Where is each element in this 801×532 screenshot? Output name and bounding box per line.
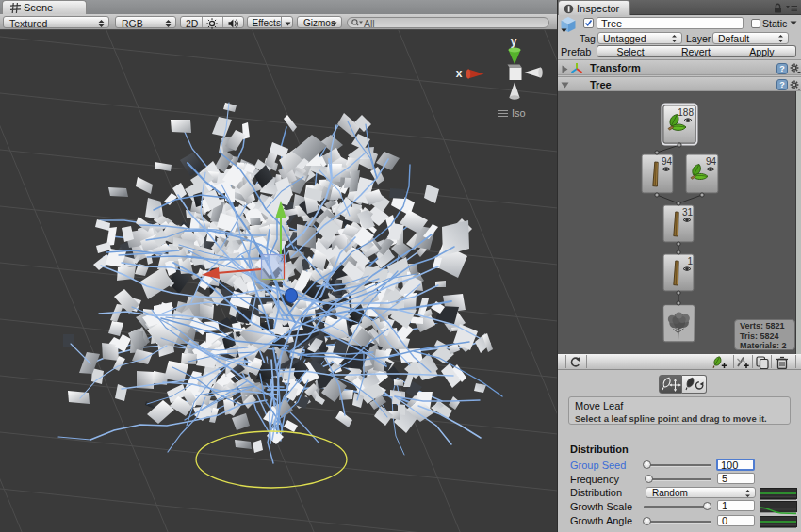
svg-text:Iso: Iso bbox=[512, 107, 526, 119]
svg-text:1: 1 bbox=[687, 256, 693, 266]
svg-text:?: ? bbox=[779, 80, 785, 89]
svg-text:188: 188 bbox=[678, 107, 694, 118]
svg-text:?: ? bbox=[779, 64, 785, 73]
svg-text:31: 31 bbox=[682, 207, 694, 218]
svg-text:94: 94 bbox=[662, 156, 673, 167]
svg-text:y: y bbox=[511, 35, 517, 48]
svg-text:x: x bbox=[456, 67, 463, 80]
svg-text:94: 94 bbox=[706, 156, 717, 167]
